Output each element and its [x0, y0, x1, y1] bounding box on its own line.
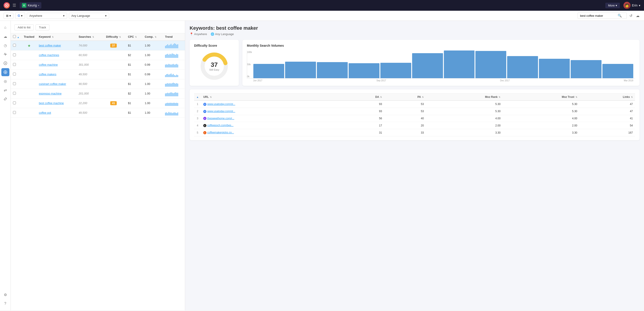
col-trend[interactable]: Trend	[163, 33, 185, 41]
keyword-link[interactable]: espresso machine	[39, 92, 62, 95]
brand-selector[interactable]: K Keurig ▾	[20, 2, 41, 8]
row-checkbox[interactable]	[11, 98, 22, 108]
more-button[interactable]: More ▾	[605, 3, 620, 8]
url-link[interactable]: coffeepoch.com/bes...	[207, 124, 234, 127]
difficulty-cell	[101, 79, 126, 89]
cpc-cell: $1	[126, 108, 142, 118]
url-moz-trust: 4.00	[503, 115, 580, 122]
row-checkbox[interactable]	[11, 89, 22, 98]
monthly-bar	[253, 64, 284, 78]
col-cpc[interactable]: CPC ⇅	[126, 33, 142, 41]
row-checkbox[interactable]	[11, 79, 22, 89]
refresh-button[interactable]: ↺	[628, 13, 633, 19]
trend-bar	[166, 45, 167, 48]
comp-cell: 1.00	[142, 79, 163, 89]
trend-bar	[176, 93, 177, 96]
trend-cell	[163, 70, 185, 79]
comp-cell: 1.00	[142, 98, 163, 108]
favicon: C	[203, 124, 206, 127]
trend-bar	[172, 93, 173, 96]
keyword-link[interactable]: coffee machine	[39, 63, 58, 66]
trend-bar	[172, 45, 173, 48]
url-col-pa[interactable]: PA ⇅	[384, 94, 426, 101]
y-axis-labels: 100k 50k 0k	[247, 50, 252, 78]
sidebar-item-home[interactable]: ⌂	[1, 23, 10, 31]
difficulty-cell	[101, 108, 126, 118]
language-dropdown[interactable]: Any Language ▾	[69, 13, 109, 19]
url-link[interactable]: www.usatoday.com/st...	[207, 103, 235, 106]
keyword-link[interactable]: coffee pot	[39, 111, 51, 114]
row-checkbox[interactable]	[11, 41, 22, 50]
keyword-link[interactable]: best coffee machine	[39, 102, 64, 105]
sidebar-item-tools[interactable]	[1, 95, 10, 103]
sidebar-item-keywords[interactable]	[1, 68, 10, 76]
col-tracked[interactable]: Tracked	[22, 33, 36, 41]
row-checkbox[interactable]	[11, 108, 22, 118]
user-menu[interactable]: 🧑 Erin ▾	[624, 2, 640, 9]
add-to-list-button[interactable]: Add to list	[14, 24, 34, 30]
sidebar-item-activity[interactable]: ◷	[1, 41, 10, 49]
sidebar-item-settings[interactable]: ⚙	[1, 291, 10, 299]
tracked-star[interactable]: ★	[28, 44, 31, 48]
keyword-cell: best coffee maker	[37, 41, 76, 50]
trend-bar	[177, 93, 178, 96]
url-table-row: 3Sthesweethome.com/r...56404.004.0041	[194, 115, 635, 122]
hamburger-menu[interactable]: ☰	[12, 3, 16, 8]
keyword-cell: best coffee machine	[37, 98, 76, 108]
url-links: 167	[580, 129, 635, 136]
trend-bar	[170, 54, 170, 58]
col-difficulty[interactable]: Difficulty ⇅	[101, 33, 126, 41]
row-checkbox[interactable]	[11, 60, 22, 70]
export-button[interactable]: ☁	[635, 13, 640, 19]
col-searches[interactable]: Searches ⇅	[76, 33, 102, 41]
trend-bar	[166, 112, 167, 115]
url-link[interactable]: thesweethome.com/r...	[207, 117, 234, 120]
keyword-link[interactable]: cuisinart coffee maker	[39, 82, 66, 86]
layout-toggle[interactable]: ⊞ ▾	[4, 13, 14, 19]
monthly-bar	[380, 63, 411, 78]
url-pa: 40	[384, 115, 426, 122]
trend-bar	[177, 103, 178, 106]
sidebar-item-compare[interactable]: ⇄	[1, 86, 10, 94]
search-box[interactable]: 🔍	[578, 12, 627, 19]
url-col-da[interactable]: DA ⇅	[341, 94, 384, 101]
keyword-link[interactable]: coffee makers	[39, 73, 56, 76]
sidebar-item-compass[interactable]	[1, 59, 10, 67]
sidebar-item-pulse[interactable]	[1, 50, 10, 58]
url-moz-rank: 3.30	[426, 129, 503, 136]
search-icon[interactable]: 🔍	[618, 14, 622, 18]
keyword-cell: coffee machine	[37, 60, 76, 70]
sidebar-item-eye[interactable]: ◎	[1, 77, 10, 85]
trend-bar	[168, 103, 169, 106]
trend-bar	[172, 64, 173, 67]
trend-bar	[176, 113, 177, 115]
col-comp[interactable]: Comp. ⇅	[142, 33, 163, 41]
sidebar-item-cloud[interactable]: ☁	[1, 32, 10, 40]
table-actions: Add to list Track	[11, 24, 185, 33]
trend-bar	[167, 93, 168, 96]
select-all-checkbox[interactable]	[13, 35, 16, 38]
url-col-links[interactable]: Links ⇅	[580, 94, 635, 101]
trend-bar	[174, 43, 175, 48]
difficulty-cell	[101, 70, 126, 79]
trend-bar	[165, 46, 166, 48]
url-col-url[interactable]: URL ⇅	[201, 94, 341, 101]
sidebar-item-help[interactable]: ?	[1, 300, 10, 308]
url-link[interactable]: coffeemakerpicks.co...	[207, 131, 234, 134]
row-checkbox[interactable]	[11, 50, 22, 60]
row-checkbox[interactable]	[11, 70, 22, 79]
url-link[interactable]: www.usatoday.com/st...	[207, 110, 235, 113]
trend-bar	[170, 74, 170, 77]
url-col-moztrust[interactable]: Moz Trust ⇅	[503, 94, 580, 101]
track-button[interactable]: Track	[36, 24, 50, 30]
search-input[interactable]	[580, 14, 616, 17]
google-btn[interactable]: G ▾	[15, 12, 25, 19]
comp-cell: 0.99	[142, 60, 163, 70]
anywhere-dropdown[interactable]: Anywhere ▾	[27, 13, 67, 19]
col-keyword[interactable]: Keyword ⇅	[37, 33, 76, 41]
keyword-link[interactable]: best coffee maker	[39, 44, 61, 47]
trend-cell	[163, 60, 185, 70]
url-table-row: 1Uwww.usatoday.com/st...93535.305.3047	[194, 100, 635, 108]
keyword-link[interactable]: coffee machines	[39, 54, 59, 57]
url-col-mozrank[interactable]: Moz Rank ⇅	[426, 94, 503, 101]
